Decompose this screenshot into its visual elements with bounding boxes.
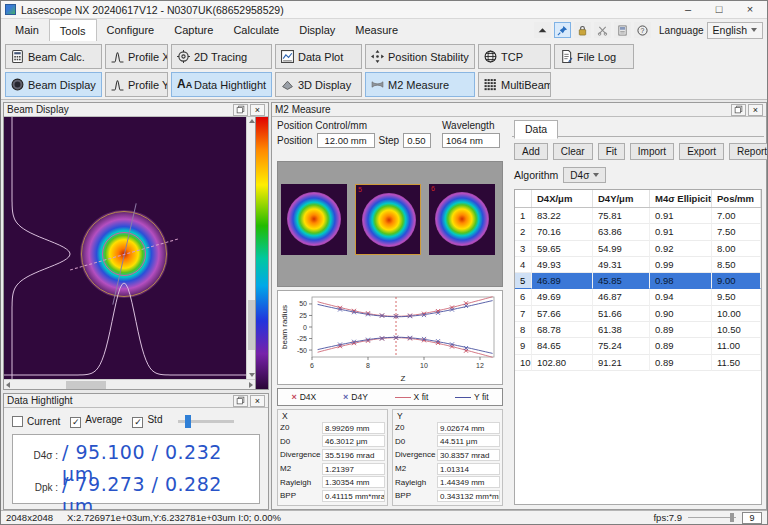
table-cell: 10.00 bbox=[712, 306, 761, 322]
svg-text:Z: Z bbox=[401, 374, 406, 383]
column-header[interactable]: D4Y/μm bbox=[593, 190, 650, 207]
scroll-right-icon[interactable] bbox=[249, 382, 253, 388]
fit-param-label: Z0 bbox=[280, 423, 322, 432]
menu-item-capture[interactable]: Capture bbox=[164, 19, 223, 41]
clear-button[interactable]: Clear bbox=[553, 143, 593, 160]
group-title: Position Control/mm bbox=[277, 120, 437, 131]
toolbar-button-tcp[interactable]: TCP bbox=[478, 44, 551, 69]
close-icon[interactable]: × bbox=[250, 104, 265, 116]
table-row[interactable]: 649.6946.870.949.50 bbox=[515, 289, 761, 305]
close-icon[interactable]: × bbox=[250, 395, 265, 407]
slider-thumb[interactable] bbox=[185, 415, 191, 428]
table-row[interactable]: 10102.8091.210.8911.50 bbox=[515, 355, 761, 371]
fit-param-value: 8.99269 mm bbox=[322, 422, 385, 434]
toolbar-button-data-plot[interactable]: Data Plot bbox=[275, 44, 362, 69]
table-row[interactable]: 546.8945.850.989.00 bbox=[515, 273, 761, 289]
menu-item-calculate[interactable]: Calculate bbox=[223, 19, 289, 41]
toolbar-button-profile-x[interactable]: Profile X bbox=[105, 44, 168, 69]
column-header[interactable]: M4σ Ellipicit bbox=[650, 190, 712, 207]
table-row[interactable]: 270.1663.860.917.50 bbox=[515, 224, 761, 240]
restore-icon[interactable] bbox=[233, 104, 248, 116]
toolbar-button-label: M2 Measure bbox=[388, 79, 449, 91]
pin-icon[interactable] bbox=[554, 22, 571, 38]
tab-data[interactable]: Data bbox=[514, 120, 558, 139]
checkbox-checked-icon: ✓ bbox=[132, 417, 143, 428]
beam-thumbnail[interactable]: 5 bbox=[355, 184, 421, 255]
position-label: Position bbox=[277, 135, 313, 146]
horizontal-scroll-thumb[interactable] bbox=[66, 381, 106, 389]
toolbar-button-beam-display[interactable]: Beam Display bbox=[5, 72, 102, 97]
thumbnail-index: 6 bbox=[431, 185, 435, 192]
checkbox-std[interactable]: ✓Std bbox=[132, 414, 162, 428]
close-button[interactable]: × bbox=[737, 2, 763, 18]
scroll-down-icon[interactable] bbox=[249, 373, 255, 377]
help-icon[interactable]: ? bbox=[634, 22, 651, 38]
toolbar-button-file-log[interactable]: File Log bbox=[554, 44, 634, 69]
close-icon[interactable]: × bbox=[748, 104, 763, 116]
collapse-icon[interactable] bbox=[534, 22, 551, 38]
report-button[interactable]: Report bbox=[729, 143, 768, 160]
minimize-button[interactable]: – bbox=[675, 2, 701, 18]
language-select[interactable]: English bbox=[707, 22, 763, 39]
toolbar-button-data-hightlight[interactable]: AAData Hightlight bbox=[171, 72, 272, 97]
column-header[interactable] bbox=[515, 190, 532, 207]
fit-results-x: XZ08.99269 mmD046.3012 μmDivergence35.51… bbox=[277, 409, 388, 506]
toolbar-button-multibeam[interactable]: MultiBeam bbox=[478, 72, 551, 97]
scroll-up-icon[interactable] bbox=[249, 119, 255, 123]
toolbar-button-profile-y[interactable]: Profile Y bbox=[105, 72, 168, 97]
export-button[interactable]: Export bbox=[679, 143, 724, 160]
wavelength-input[interactable]: 1064 nm bbox=[442, 133, 500, 148]
scissors-icon[interactable] bbox=[594, 22, 611, 38]
legend-item-d4x: ×D4X bbox=[291, 392, 316, 402]
checkbox-current[interactable]: Current bbox=[12, 416, 60, 427]
vertical-scroll-thumb[interactable] bbox=[248, 300, 255, 350]
beam-image[interactable] bbox=[4, 117, 246, 379]
table-row[interactable]: 449.9349.310.998.50 bbox=[515, 257, 761, 273]
beam-thumbnail[interactable]: 6 bbox=[429, 184, 495, 255]
menu-item-configure[interactable]: Configure bbox=[97, 19, 165, 41]
menu-item-measure[interactable]: Measure bbox=[345, 19, 408, 41]
horizontal-scrollbar[interactable] bbox=[4, 379, 255, 389]
toolbar-button-m2-measure[interactable]: M2 Measure bbox=[365, 72, 475, 97]
table-cell: 7.50 bbox=[712, 224, 761, 240]
toolbar-button-position-stability[interactable]: Position Stability bbox=[365, 44, 475, 69]
algorithm-select[interactable]: D4σ bbox=[563, 167, 606, 183]
fps-slider-thumb[interactable] bbox=[730, 513, 734, 522]
table-row[interactable]: 757.6651.660.9010.00 bbox=[515, 306, 761, 322]
column-header[interactable]: D4X/μm bbox=[532, 190, 593, 207]
scroll-left-icon[interactable] bbox=[6, 382, 10, 388]
fps-slider[interactable] bbox=[688, 513, 736, 522]
import-button[interactable]: Import bbox=[630, 143, 674, 160]
position-input[interactable]: 12.00 mm bbox=[317, 133, 375, 148]
column-header[interactable]: Pos/mm bbox=[712, 190, 761, 207]
table-cell: 0.89 bbox=[650, 322, 712, 338]
checkbox-average[interactable]: ✓Average bbox=[70, 414, 122, 428]
highlight-label: Dpk : bbox=[23, 482, 58, 493]
menu-item-tools[interactable]: Tools bbox=[49, 19, 97, 41]
menu-item-display[interactable]: Display bbox=[289, 19, 345, 41]
restore-icon[interactable] bbox=[233, 395, 248, 407]
table-row[interactable]: 984.6575.240.8911.00 bbox=[515, 338, 761, 354]
table-cell: 70.16 bbox=[532, 224, 593, 240]
table-row[interactable]: 868.7861.380.8910.50 bbox=[515, 322, 761, 338]
fps-value-box[interactable]: 9 bbox=[742, 512, 762, 524]
toolbar-button-beam-calc-[interactable]: Beam Calc. bbox=[5, 44, 102, 69]
fit-button[interactable]: Fit bbox=[598, 143, 625, 160]
snapshot-icon[interactable] bbox=[614, 22, 631, 38]
lock-icon[interactable] bbox=[574, 22, 591, 38]
add-button[interactable]: Add bbox=[514, 143, 548, 160]
maximize-button[interactable]: □ bbox=[706, 2, 732, 18]
table-row[interactable]: 183.2275.810.917.00 bbox=[515, 208, 761, 224]
restore-icon[interactable] bbox=[731, 104, 746, 116]
row-number: 6 bbox=[515, 289, 532, 305]
menu-item-main[interactable]: Main bbox=[5, 19, 49, 41]
toolbar-button-3d-display[interactable]: 3D Display bbox=[275, 72, 362, 97]
table-row[interactable]: 359.6554.990.928.00 bbox=[515, 241, 761, 257]
vertical-scrollbar[interactable] bbox=[246, 117, 255, 379]
beam-thumbnail[interactable] bbox=[281, 184, 347, 255]
std-weight-slider[interactable] bbox=[178, 415, 234, 428]
row-number: 7 bbox=[515, 306, 532, 322]
toolbar-button-2d-tracing[interactable]: 2D Tracing bbox=[171, 44, 272, 69]
step-input[interactable]: 0.50 bbox=[403, 133, 431, 148]
thumbnail-index: 5 bbox=[358, 186, 362, 193]
